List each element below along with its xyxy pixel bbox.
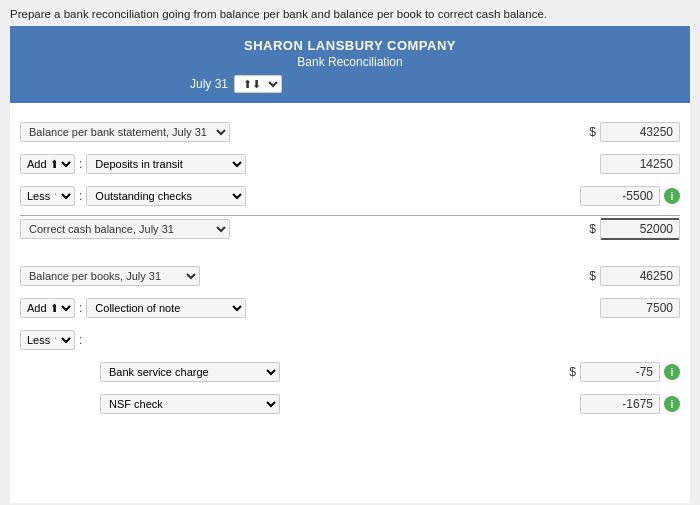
bank-add-colon: : <box>79 157 82 171</box>
bank-less-row: Less ⬆⬇ : Outstanding checks -5500 i <box>20 183 680 209</box>
book-add-desc-select[interactable]: Collection of note <box>86 298 246 318</box>
book-sub2-desc-select[interactable]: NSF check <box>100 394 280 414</box>
book-less-colon: : <box>79 333 82 347</box>
bank-balance-select[interactable]: Balance per bank statement, July 31 <box>20 122 230 142</box>
book-balance-select[interactable]: Balance per books, July 31 <box>20 266 200 286</box>
bank-correct-row: Correct cash balance, July 31 $ 52000 <box>20 215 680 241</box>
book-balance-value: 46250 <box>600 266 680 286</box>
bank-less-desc-select[interactable]: Outstanding checks <box>86 186 246 206</box>
doc-title: Bank Reconciliation <box>190 55 510 69</box>
book-balance-row: Balance per books, July 31 $ 46250 <box>20 263 680 289</box>
book-less-row: Less ⬆⬇ : <box>20 327 680 353</box>
bank-correct-dollar: $ <box>589 222 596 236</box>
bank-add-select[interactable]: Add ⬆⬇ <box>20 154 75 174</box>
bank-add-value: 14250 <box>600 154 680 174</box>
header-box: SHARON LANSBURY COMPANY Bank Reconciliat… <box>170 26 530 103</box>
main-content: Balance per bank statement, July 31 $ 43… <box>10 103 690 503</box>
bank-add-desc-select[interactable]: Deposits in transit <box>86 154 246 174</box>
bank-less-select[interactable]: Less ⬆⬇ <box>20 186 75 206</box>
book-balance-dollar: $ <box>589 269 596 283</box>
bank-less-info-btn[interactable]: i <box>664 188 680 204</box>
book-sub1-info-btn[interactable]: i <box>664 364 680 380</box>
bank-balance-row: Balance per bank statement, July 31 $ 43… <box>20 119 680 145</box>
date-label: July 31 <box>190 77 228 91</box>
bank-balance-dollar: $ <box>589 125 596 139</box>
book-less-select[interactable]: Less ⬆⬇ <box>20 330 75 350</box>
book-add-row: Add ⬆⬇ : Collection of note 7500 <box>20 295 680 321</box>
book-add-colon: : <box>79 301 82 315</box>
bank-less-colon: : <box>79 189 82 203</box>
book-sub1-row: Bank service charge $ -75 i <box>100 359 680 385</box>
header-wrapper: SHARON LANSBURY COMPANY Bank Reconciliat… <box>10 26 690 103</box>
company-name: SHARON LANSBURY COMPANY <box>190 38 510 53</box>
book-sub2-row: NSF check -1675 i <box>100 391 680 417</box>
instruction-text: Prepare a bank reconciliation going from… <box>0 0 700 26</box>
book-add-value: 7500 <box>600 298 680 318</box>
bank-correct-select[interactable]: Correct cash balance, July 31 <box>20 219 230 239</box>
bank-less-value: -5500 <box>580 186 660 206</box>
book-sub2-amount: -1675 <box>580 394 660 414</box>
book-sub1-desc-select[interactable]: Bank service charge <box>100 362 280 382</box>
bank-balance-value: 43250 <box>600 122 680 142</box>
book-add-select[interactable]: Add ⬆⬇ <box>20 298 75 318</box>
date-select[interactable]: ⬆⬇ <box>234 75 282 93</box>
bank-add-row: Add ⬆⬇ : Deposits in transit 14250 <box>20 151 680 177</box>
book-sub1-amount: -75 <box>580 362 660 382</box>
book-sub2-info-btn[interactable]: i <box>664 396 680 412</box>
book-sub1-dollar: $ <box>569 365 576 379</box>
bank-correct-value: 52000 <box>600 218 680 240</box>
